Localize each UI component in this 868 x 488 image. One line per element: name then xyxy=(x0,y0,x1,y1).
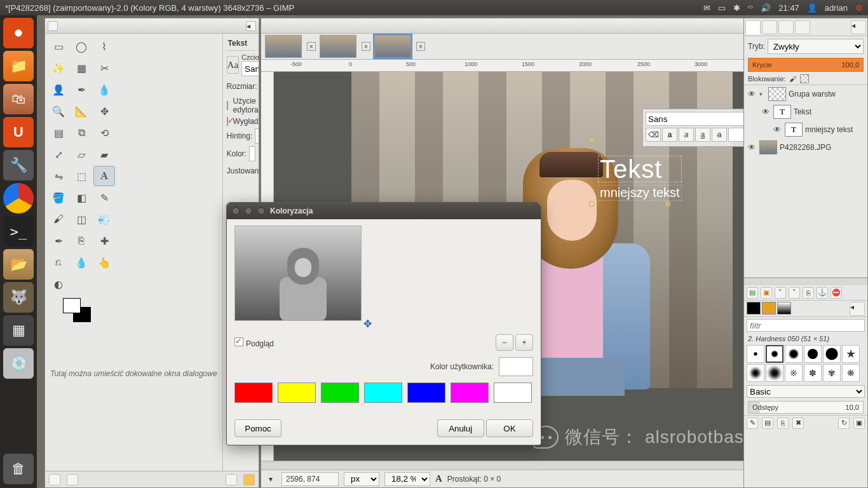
color-swatches[interactable] xyxy=(48,295,115,327)
gradient-tab-menu[interactable]: ◂ xyxy=(850,302,865,316)
brush-12[interactable]: ❋ xyxy=(842,364,860,382)
ubuntu-one-icon[interactable]: U xyxy=(3,117,34,147)
del-brush-button[interactable]: ✖ xyxy=(792,417,804,429)
brush-11[interactable]: ✾ xyxy=(823,364,841,382)
float-bold-button[interactable]: a xyxy=(662,128,677,142)
tool-brush[interactable]: 🖌 xyxy=(48,209,69,229)
zoom-out-button[interactable]: − xyxy=(496,334,513,351)
swatch-blue[interactable] xyxy=(407,383,445,403)
dup-brush-button[interactable]: ⎘ xyxy=(777,417,789,429)
terminal-icon[interactable]: >_ xyxy=(3,216,34,247)
delete-layer-button[interactable]: ⛔ xyxy=(831,287,842,299)
user-icon[interactable]: 👤 xyxy=(807,3,817,13)
lock-pixels-button[interactable]: 🖌 xyxy=(789,75,796,83)
bluetooth-icon[interactable]: ✱ xyxy=(733,3,740,13)
layer-group[interactable]: 👁 ▾ Grupa warstw xyxy=(744,85,867,103)
status-unit-select[interactable]: px xyxy=(344,472,379,486)
trash-icon[interactable]: 🗑 xyxy=(3,454,34,484)
status-save-icon[interactable] xyxy=(49,474,60,485)
doc-tab-1[interactable] xyxy=(265,35,302,58)
layer-scroll[interactable] xyxy=(744,278,867,285)
tool-move[interactable]: ✥ xyxy=(93,101,115,121)
settings-icon[interactable]: 🔧 xyxy=(3,150,34,180)
visibility-toggle[interactable]: 👁 xyxy=(761,107,771,116)
visibility-toggle[interactable]: 👁 xyxy=(772,125,782,134)
tool-ellipse-select[interactable]: ◯ xyxy=(71,36,92,57)
swatch-red[interactable] xyxy=(234,383,273,403)
canvas-scrollbar[interactable] xyxy=(261,461,775,470)
chrome-icon[interactable] xyxy=(3,183,34,214)
wifi-icon[interactable]: ⌔ xyxy=(748,3,753,13)
new-brush-button[interactable]: ▤ xyxy=(762,417,773,429)
software-icon[interactable]: 🛍 xyxy=(3,84,34,114)
detach-button[interactable]: ◂ xyxy=(246,21,256,31)
tool-clone[interactable]: ⎘ xyxy=(71,231,92,251)
float-italic-button[interactable]: a xyxy=(679,128,694,142)
brush-3[interactable] xyxy=(785,345,803,363)
raise-layer-button[interactable]: ˄ xyxy=(775,287,786,299)
tool-blend[interactable]: ◧ xyxy=(71,187,92,208)
tool-pencil[interactable]: ✎ xyxy=(93,187,115,208)
tool-airbrush[interactable]: 💨 xyxy=(93,209,115,229)
tool-smudge[interactable]: 👆 xyxy=(93,252,115,273)
antialias-checkbox[interactable] xyxy=(227,117,228,126)
status-delete-icon[interactable] xyxy=(226,474,237,485)
opacity-slider[interactable]: Krycie 100,0 xyxy=(748,58,864,72)
lower-layer-button[interactable]: ˅ xyxy=(789,287,800,299)
brush-4[interactable] xyxy=(804,345,822,363)
tool-rotate[interactable]: ⟲ xyxy=(93,123,115,143)
use-editor-checkbox[interactable] xyxy=(227,101,228,110)
open-as-image-button[interactable]: ▣ xyxy=(853,417,865,429)
doc-tab-3-close[interactable]: × xyxy=(416,42,425,51)
lock-alpha-button[interactable] xyxy=(800,74,809,83)
layer-mniejszy-tekst[interactable]: 👁 T mniejszy tekst xyxy=(744,121,867,139)
float-font-input[interactable] xyxy=(646,112,758,126)
tool-heal[interactable]: ✚ xyxy=(93,231,115,251)
dash-icon[interactable] xyxy=(3,18,34,48)
tab-menu-button[interactable] xyxy=(48,21,58,31)
help-button[interactable]: Pomoc xyxy=(234,419,281,437)
brush-2[interactable] xyxy=(766,345,783,363)
brush-9[interactable]: ※ xyxy=(785,364,803,382)
zoom-in-button[interactable]: + xyxy=(515,334,533,351)
tab-layers[interactable] xyxy=(745,20,761,34)
user-name[interactable]: adrian xyxy=(825,3,848,13)
tool-scissors[interactable]: ✂ xyxy=(93,58,115,78)
tool-perspective[interactable]: ▰ xyxy=(93,144,115,165)
swatch-magenta[interactable] xyxy=(451,383,489,403)
brush-7[interactable] xyxy=(747,364,764,382)
float-underline-button[interactable]: a xyxy=(695,128,710,142)
swatch-white[interactable] xyxy=(494,383,532,403)
tab-menu-button[interactable]: ◂ xyxy=(851,20,866,34)
tab-undo[interactable] xyxy=(795,20,810,34)
tool-by-color[interactable]: ▦ xyxy=(71,58,92,78)
hinting-select[interactable]: Średni xyxy=(255,128,259,144)
doc-tab-2-close[interactable]: × xyxy=(362,42,370,51)
tool-measure[interactable]: 📐 xyxy=(71,101,92,121)
anchor-layer-button[interactable]: ⚓ xyxy=(817,287,828,299)
dialog-close-button[interactable] xyxy=(232,207,240,215)
brush-set-select[interactable]: Basic xyxy=(747,385,865,398)
layer-tekst[interactable]: 👁 T Tekst xyxy=(744,103,867,121)
preview-checkbox[interactable] xyxy=(234,337,243,346)
brush-1[interactable] xyxy=(747,345,764,363)
tool-perspective-clone[interactable]: ⎌ xyxy=(48,252,69,273)
tool-scale[interactable]: ⤢ xyxy=(48,144,69,165)
gradient-tab-3[interactable] xyxy=(777,302,791,315)
files-icon[interactable]: 📁 xyxy=(3,51,34,81)
disk-icon[interactable]: 💿 xyxy=(3,348,34,379)
tool-cage[interactable]: ⬚ xyxy=(71,166,92,186)
gradient-tab-1[interactable] xyxy=(747,302,761,315)
tool-free-select[interactable]: ⌇ xyxy=(93,36,115,57)
tool-fuzzy-select[interactable]: ✨ xyxy=(48,58,69,78)
refresh-brush-button[interactable]: ↻ xyxy=(838,417,850,429)
tool-bucket[interactable]: 🪣 xyxy=(48,187,69,208)
folder-icon[interactable]: 📂 xyxy=(3,249,34,280)
status-reset-icon[interactable] xyxy=(67,474,78,485)
mail-icon[interactable]: ✉ xyxy=(703,3,710,13)
tool-flip[interactable]: ⇋ xyxy=(48,166,69,186)
mode-select[interactable]: Zwykły xyxy=(768,39,864,54)
move-icon[interactable]: ✥ xyxy=(363,318,372,330)
user-color-button[interactable] xyxy=(499,357,533,376)
doc-tab-2[interactable] xyxy=(320,35,356,58)
